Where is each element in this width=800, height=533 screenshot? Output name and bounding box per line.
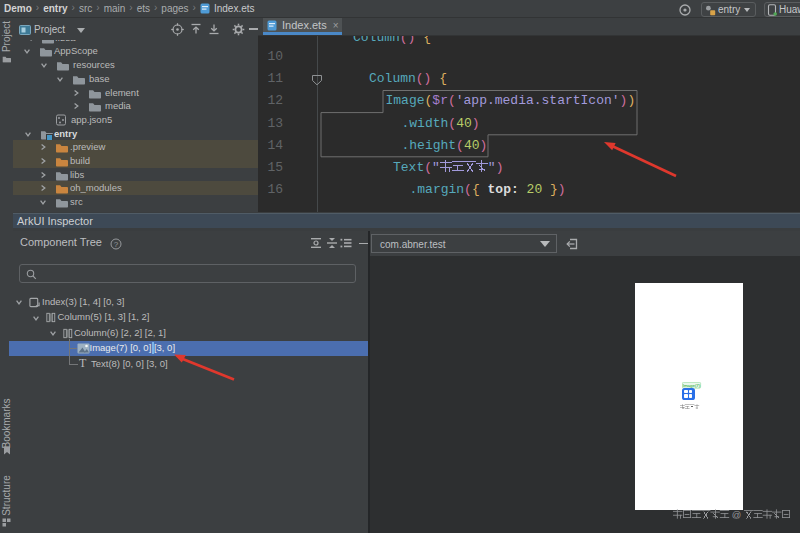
- svg-text:?: ?: [114, 240, 119, 249]
- svg-text:Image(7): Image(7): [683, 382, 701, 387]
